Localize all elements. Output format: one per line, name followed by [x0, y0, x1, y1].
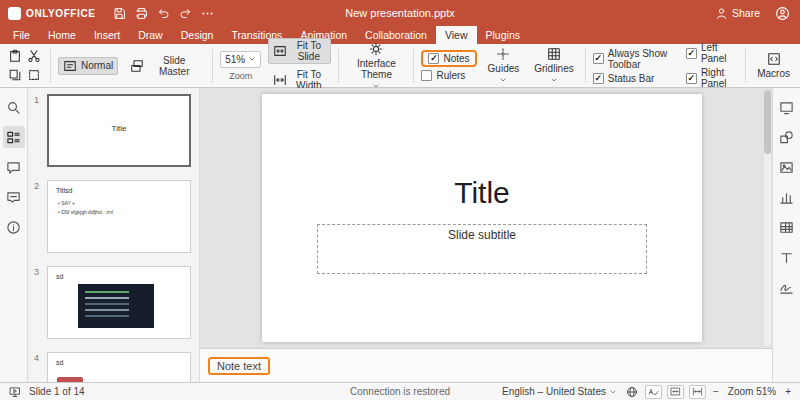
shape-settings-button[interactable] — [776, 126, 798, 148]
chevron-down-icon — [248, 55, 256, 63]
slide-master-button[interactable]: Slide Master — [125, 53, 205, 79]
notes-area[interactable]: Note text — [200, 348, 772, 382]
fit-to-width-icon — [692, 386, 703, 397]
start-slideshow-button[interactable] — [7, 386, 23, 398]
tab-plugins[interactable]: Plugins — [477, 26, 529, 44]
clipboard-group — [6, 47, 43, 84]
interface-theme-button[interactable]: Interface Theme — [346, 39, 406, 93]
tab-view[interactable]: View — [436, 26, 477, 44]
checkbox-checked-icon — [686, 48, 697, 59]
thumbnail-preview: Title — [47, 94, 191, 167]
more-actions-button[interactable] — [198, 3, 218, 23]
slide-subtitle-placeholder[interactable]: Slide subtitle — [317, 224, 647, 274]
fit-to-width-toggle[interactable] — [689, 385, 706, 399]
language-label: English – United States — [502, 386, 606, 397]
redo-button[interactable] — [176, 3, 196, 23]
left-panel-checkbox[interactable]: Left Panel — [686, 42, 738, 64]
search-button[interactable] — [3, 96, 25, 118]
select-all-icon — [27, 68, 41, 82]
tab-design[interactable]: Design — [172, 26, 223, 44]
gridlines-button[interactable]: Gridlines — [530, 44, 577, 87]
save-icon — [113, 7, 126, 20]
globe-icon — [626, 386, 638, 398]
tab-insert[interactable]: Insert — [85, 26, 129, 44]
macros-button[interactable]: Macros — [753, 49, 794, 82]
current-slide[interactable]: Title Slide subtitle — [262, 94, 702, 342]
signature-settings-icon — [779, 280, 794, 295]
slides-icon — [6, 130, 21, 145]
checkbox-unchecked-icon — [421, 70, 432, 81]
signature-settings-button[interactable] — [776, 276, 798, 298]
thumbnail-title-text: Titlsd — [56, 187, 72, 194]
slide-canvas[interactable]: Title Slide subtitle — [200, 88, 772, 348]
notes-label: Notes — [443, 53, 469, 64]
right-panel-checkbox[interactable]: Right Panel — [686, 67, 738, 89]
textart-settings-button[interactable] — [776, 246, 798, 268]
status-bar-checkbox[interactable]: Status Bar — [593, 73, 679, 84]
tab-file[interactable]: File — [4, 26, 39, 44]
scrollbar-thumb[interactable] — [764, 90, 771, 154]
topbar-right: Share — [715, 3, 792, 23]
zoom-caption: Zoom — [220, 71, 261, 81]
zoom-level-button[interactable]: Zoom 51% — [726, 386, 778, 397]
note-text[interactable]: Note text — [208, 357, 270, 375]
thumbnail-bullet: SAY + — [58, 199, 113, 208]
thumbnail-preview: Titlsd SAY + DSf sfgkjgh ddfjhd - znf — [47, 180, 191, 253]
copy-button[interactable] — [6, 66, 24, 84]
toolbar-divider — [413, 49, 414, 83]
slide-thumbnail-1[interactable]: 1 Title — [30, 94, 191, 167]
user-account-button[interactable] — [772, 3, 792, 23]
macros-icon — [767, 52, 781, 66]
share-button[interactable]: Share — [715, 7, 760, 20]
rulers-checkbox[interactable]: Rulers — [421, 70, 476, 81]
slide-thumbnail-3[interactable]: 3 sd — [30, 266, 191, 339]
undo-button[interactable] — [154, 3, 174, 23]
guides-button[interactable]: Guides — [484, 44, 524, 87]
always-show-toolbar-checkbox[interactable]: Always Show Toolbar — [593, 48, 679, 70]
zoom-value: 51% — [225, 54, 245, 65]
zoom-in-button[interactable]: + — [783, 386, 793, 397]
chat-icon — [6, 190, 21, 205]
spellcheck-toggle[interactable] — [645, 385, 662, 399]
image-settings-button[interactable] — [776, 156, 798, 178]
thumbnail-title-text: sd — [56, 273, 63, 280]
chat-button[interactable] — [3, 186, 25, 208]
slides-panel-button[interactable] — [3, 126, 25, 148]
notes-checkbox[interactable]: Notes — [428, 53, 469, 64]
canvas-scrollbar[interactable] — [764, 90, 771, 346]
print-button[interactable] — [132, 3, 152, 23]
slide-thumbnail-2[interactable]: 2 Titlsd SAY + DSf sfgkjgh ddfjhd - znf — [30, 180, 191, 253]
save-button[interactable] — [110, 3, 130, 23]
app-logo: ONLYOFFICE — [8, 7, 96, 20]
fit-to-slide-button[interactable]: Fit To Slide — [268, 38, 331, 64]
tab-home[interactable]: Home — [39, 26, 85, 44]
slide-settings-icon — [779, 100, 794, 115]
slide-number: 4 — [30, 352, 43, 382]
paste-button[interactable] — [6, 47, 24, 65]
normal-view-button[interactable]: Normal — [58, 57, 118, 75]
select-all-button[interactable] — [25, 66, 43, 84]
slide-title-placeholder[interactable]: Title — [262, 176, 702, 210]
comment-icon — [6, 160, 21, 175]
document-language-button[interactable] — [624, 386, 640, 398]
about-button[interactable] — [3, 216, 25, 238]
chevron-down-icon — [550, 76, 558, 84]
slide-number: 2 — [30, 180, 43, 253]
tab-draw[interactable]: Draw — [129, 26, 172, 44]
share-person-icon — [715, 7, 728, 20]
language-selector[interactable]: English – United States — [500, 386, 619, 397]
redo-icon — [179, 7, 192, 20]
cut-button[interactable] — [25, 47, 43, 65]
zoom-out-button[interactable]: − — [711, 386, 721, 397]
always-show-toolbar-label: Always Show Toolbar — [608, 48, 679, 70]
slide-settings-button[interactable] — [776, 96, 798, 118]
chart-settings-button[interactable] — [776, 186, 798, 208]
zoom-select[interactable]: 51% — [220, 51, 261, 68]
comments-button[interactable] — [3, 156, 25, 178]
slide-thumbnail-4[interactable]: 4 sd — [30, 352, 191, 382]
fit-group: Fit To Slide Fit To Width — [268, 38, 331, 93]
table-settings-button[interactable] — [776, 216, 798, 238]
fit-to-slide-toggle[interactable] — [667, 385, 684, 399]
editor-main: Title Slide subtitle Note text — [200, 88, 772, 382]
search-icon — [6, 100, 21, 115]
